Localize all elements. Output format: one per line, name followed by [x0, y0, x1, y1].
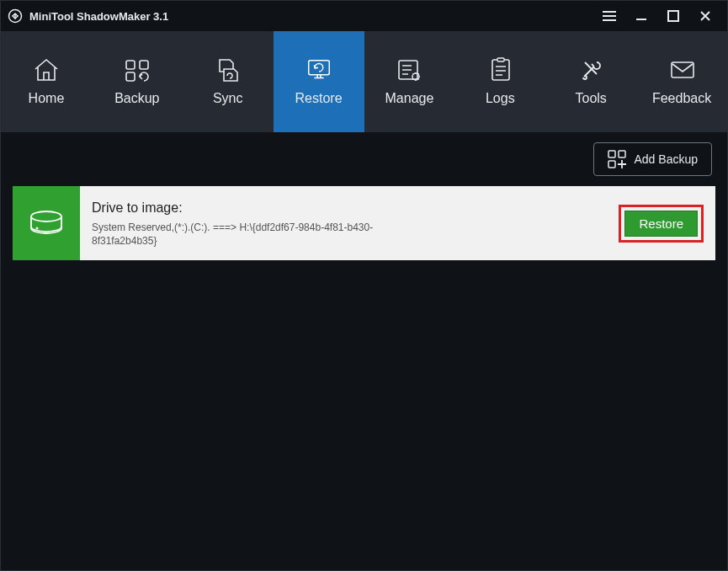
- restore-icon: [305, 57, 333, 83]
- nav-backup[interactable]: Backup: [92, 31, 183, 132]
- svg-rect-3: [140, 61, 148, 69]
- entry-icon-box: [13, 186, 80, 260]
- menu-button[interactable]: [601, 8, 618, 24]
- svg-rect-2: [126, 61, 135, 69]
- nav-home[interactable]: Home: [1, 31, 92, 132]
- svg-rect-13: [608, 161, 615, 168]
- logs-icon: [486, 57, 514, 83]
- restore-button[interactable]: Restore: [624, 211, 698, 237]
- home-icon: [32, 57, 61, 83]
- svg-point-14: [31, 211, 61, 221]
- nav-label: Tools: [576, 91, 607, 106]
- tools-icon: [577, 57, 605, 83]
- svg-rect-10: [672, 62, 693, 77]
- nav-tools[interactable]: Tools: [545, 31, 636, 132]
- nav-logs[interactable]: Logs: [454, 31, 545, 132]
- backup-icon: [123, 57, 151, 83]
- nav-sync[interactable]: Sync: [183, 31, 274, 132]
- entry-actions: Restore: [619, 186, 715, 260]
- svg-rect-11: [608, 151, 615, 157]
- sub-toolbar: Add Backup: [1, 132, 727, 186]
- titlebar: MiniTool ShadowMaker 3.1: [1, 1, 727, 31]
- svg-rect-1: [668, 11, 678, 21]
- app-logo-icon: [8, 8, 23, 24]
- entry-detail: System Reserved,(*:).(C:). ===> H:\{ddf2…: [92, 221, 378, 248]
- sync-icon: [214, 57, 242, 83]
- svg-rect-4: [126, 72, 135, 81]
- drive-icon: [25, 206, 67, 240]
- minimize-button[interactable]: [633, 8, 650, 24]
- svg-rect-5: [308, 61, 329, 75]
- add-backup-button[interactable]: Add Backup: [593, 142, 713, 176]
- grid-plus-icon: [608, 150, 626, 168]
- svg-rect-12: [619, 151, 625, 157]
- svg-rect-8: [492, 60, 509, 80]
- window-title: MiniTool ShadowMaker 3.1: [29, 10, 168, 23]
- maximize-button[interactable]: [665, 8, 682, 24]
- svg-rect-9: [497, 58, 504, 61]
- restore-highlight: Restore: [619, 205, 704, 243]
- feedback-icon: [667, 57, 696, 83]
- entry-body: Drive to image: System Reserved,(*:).(C:…: [80, 186, 619, 260]
- nav-label: Restore: [295, 91, 343, 106]
- main-nav: Home Backup Sy: [1, 31, 727, 132]
- nav-label: Sync: [213, 91, 243, 106]
- manage-icon: [395, 57, 423, 83]
- nav-label: Home: [29, 91, 65, 106]
- close-button[interactable]: [697, 8, 714, 24]
- content-area: Drive to image: System Reserved,(*:).(C:…: [1, 186, 727, 570]
- nav-label: Backup: [114, 91, 159, 106]
- nav-label: Feedback: [652, 91, 711, 106]
- add-backup-label: Add Backup: [635, 152, 699, 166]
- nav-restore[interactable]: Restore: [274, 31, 364, 132]
- app-window: MiniTool ShadowMaker 3.1 Home: [0, 0, 728, 571]
- svg-point-15: [36, 227, 39, 230]
- nav-manage[interactable]: Manage: [364, 31, 455, 132]
- nav-label: Manage: [385, 91, 434, 106]
- backup-entry: Drive to image: System Reserved,(*:).(C:…: [13, 186, 715, 260]
- nav-feedback[interactable]: Feedback: [636, 31, 727, 132]
- window-controls: [601, 8, 720, 24]
- nav-label: Logs: [486, 91, 515, 106]
- entry-heading: Drive to image:: [92, 200, 607, 216]
